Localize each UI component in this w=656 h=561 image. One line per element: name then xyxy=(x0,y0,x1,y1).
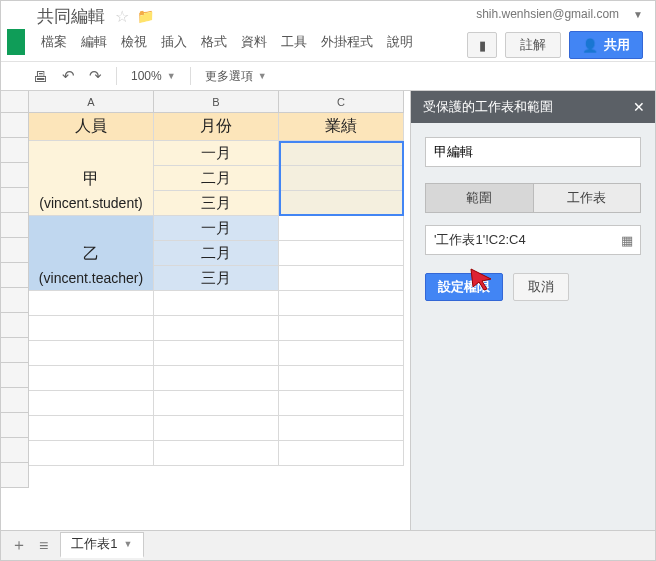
caret-down-icon[interactable]: ▼ xyxy=(124,539,133,549)
cell-c6[interactable] xyxy=(279,241,404,266)
tab-sheet[interactable]: 工作表 xyxy=(533,183,642,213)
col-header-a[interactable]: A xyxy=(29,91,154,113)
protected-ranges-panel: 受保護的工作表和範圍 ✕ 範圍 工作表 '工作表1'!C2:C4 ▦ 設定權限 … xyxy=(410,91,655,531)
sheet-tab-1[interactable]: 工作表1 ▼ xyxy=(60,532,143,558)
doc-title[interactable]: 共同編輯 xyxy=(37,5,105,28)
spreadsheet[interactable]: A B C 人員 月份 業績 一月 xyxy=(1,91,410,531)
zoom-value: 100% xyxy=(131,69,162,83)
account-email[interactable]: shih.wenhsien@gmail.com xyxy=(476,7,619,21)
protection-name-input[interactable] xyxy=(425,137,641,167)
cell-c3[interactable] xyxy=(279,166,404,191)
cell-b6[interactable]: 二月 xyxy=(154,241,279,266)
cell-c5[interactable] xyxy=(279,216,404,241)
set-permissions-button[interactable]: 設定權限 xyxy=(425,273,503,301)
sheets-logo xyxy=(7,29,25,55)
cell-c2[interactable] xyxy=(279,141,404,166)
add-sheet-icon[interactable]: ＋ xyxy=(11,535,27,556)
menu-tools[interactable]: 工具 xyxy=(281,33,307,51)
redo-icon[interactable]: ↷ xyxy=(89,67,102,85)
more-options-dropdown[interactable]: 更多選項 ▼ xyxy=(205,68,267,85)
cell-a6-merged[interactable]: 乙 xyxy=(29,241,154,266)
cell-b4[interactable]: 三月 xyxy=(154,191,279,216)
caret-down-icon: ▼ xyxy=(167,71,176,81)
all-sheets-icon[interactable]: ≡ xyxy=(39,537,48,555)
menu-format[interactable]: 格式 xyxy=(201,33,227,51)
select-all-cell[interactable] xyxy=(1,91,29,113)
cancel-button[interactable]: 取消 xyxy=(513,273,569,301)
range-input[interactable]: '工作表1'!C2:C4 xyxy=(426,231,614,249)
share-label: 共用 xyxy=(604,36,630,54)
menu-help[interactable]: 說明 xyxy=(387,33,413,51)
comments-button[interactable]: 註解 xyxy=(505,32,561,58)
menu-file[interactable]: 檔案 xyxy=(41,33,67,51)
menu-insert[interactable]: 插入 xyxy=(161,33,187,51)
cell-c4[interactable] xyxy=(279,191,404,216)
star-icon[interactable]: ☆ xyxy=(115,7,129,26)
menu-data[interactable]: 資料 xyxy=(241,33,267,51)
chat-icon[interactable]: ▮ xyxy=(467,32,497,58)
sheet-tabs-bar: ＋ ≡ 工作表1 ▼ xyxy=(1,530,655,560)
zoom-dropdown[interactable]: 100% ▼ xyxy=(131,69,176,83)
cell-a1[interactable]: 人員 xyxy=(29,113,154,141)
cell-a3-merged[interactable]: 甲 xyxy=(29,166,154,191)
cell-c7[interactable] xyxy=(279,266,404,291)
sheet-tab-label: 工作表1 xyxy=(71,535,117,553)
menu-addons[interactable]: 外掛程式 xyxy=(321,33,373,51)
caret-down-icon: ▼ xyxy=(258,71,267,81)
cell-a4[interactable]: (vincent.student) xyxy=(29,191,154,216)
select-range-icon[interactable]: ▦ xyxy=(614,233,640,248)
cell-b5[interactable]: 一月 xyxy=(154,216,279,241)
panel-title: 受保護的工作表和範圍 xyxy=(423,98,553,116)
cell-b1[interactable]: 月份 xyxy=(154,113,279,141)
cell-a2[interactable] xyxy=(29,141,154,166)
toolbar: 🖶 ↶ ↷ 100% ▼ 更多選項 ▼ xyxy=(1,61,655,91)
cell-a5[interactable] xyxy=(29,216,154,241)
cell-b7[interactable]: 三月 xyxy=(154,266,279,291)
cell-a7[interactable]: (vincent.teacher) xyxy=(29,266,154,291)
folder-icon[interactable]: 📁 xyxy=(137,8,154,24)
more-options-label: 更多選項 xyxy=(205,68,253,85)
tab-range[interactable]: 範圍 xyxy=(425,183,533,213)
cell-b3[interactable]: 二月 xyxy=(154,166,279,191)
print-icon[interactable]: 🖶 xyxy=(33,68,48,85)
undo-icon[interactable]: ↶ xyxy=(62,67,75,85)
share-button[interactable]: 👤 共用 xyxy=(569,31,643,59)
menu-view[interactable]: 檢視 xyxy=(121,33,147,51)
person-icon: 👤 xyxy=(582,38,598,53)
col-header-c[interactable]: C xyxy=(279,91,404,113)
cell-b2[interactable]: 一月 xyxy=(154,141,279,166)
close-icon[interactable]: ✕ xyxy=(633,99,645,115)
cell-c1[interactable]: 業績 xyxy=(279,113,404,141)
menu-edit[interactable]: 編輯 xyxy=(81,33,107,51)
col-header-b[interactable]: B xyxy=(154,91,279,113)
account-menu-caret-icon[interactable]: ▼ xyxy=(633,9,643,20)
